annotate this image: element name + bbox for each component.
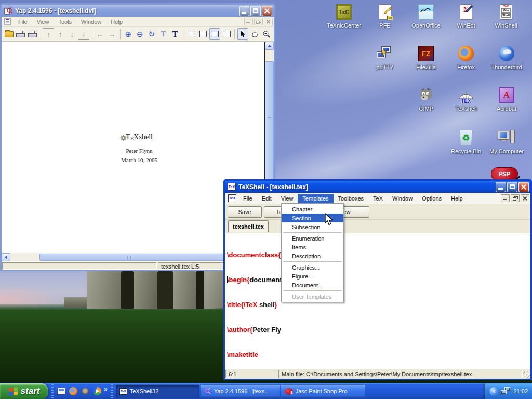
quick-launch-overflow[interactable]: » — [104, 385, 108, 393]
yap-menu-tools[interactable]: Tools — [54, 17, 76, 26]
mdi-minimize-button[interactable] — [501, 194, 510, 202]
close-button[interactable] — [262, 6, 272, 16]
menu-item-figure[interactable]: Figure... — [282, 272, 343, 281]
scroll-left-button[interactable] — [2, 253, 10, 261]
facing-pages-button[interactable] — [198, 28, 209, 40]
mdi-close-button[interactable] — [521, 194, 529, 202]
forward-button[interactable]: → — [107, 28, 117, 40]
menu-tex[interactable]: TeX — [368, 194, 388, 203]
text-ruler-button[interactable]: T — [158, 28, 169, 40]
menu-item-document[interactable]: Document... — [282, 281, 343, 289]
menu-item-items[interactable]: Items — [282, 243, 343, 251]
texshell-statusbar: 6:1 Main file: C:\Documents and Settings… — [225, 369, 530, 379]
open-file-button[interactable] — [4, 28, 15, 40]
menu-item-section[interactable]: Section — [282, 214, 343, 222]
mdi-close-button[interactable] — [264, 18, 273, 25]
firefox-icon[interactable] — [68, 387, 78, 396]
desktop-icon-acrobat[interactable]: A Acrobat — [487, 86, 526, 112]
maximize-button[interactable] — [250, 6, 261, 16]
desktop-icon-openoffice[interactable]: OpenOffice — [406, 3, 446, 29]
texshell-icon: TEX — [457, 86, 475, 104]
gimp-icon[interactable] — [80, 387, 90, 396]
select-tool-button[interactable] — [237, 28, 248, 40]
media-player-icon[interactable] — [92, 387, 102, 396]
menu-item-enumeration[interactable]: Enumeration — [282, 234, 343, 243]
desktop-icon-recycle-bin[interactable]: ♻ Recycle Bin — [446, 129, 486, 154]
taskbar-button-yap[interactable]: Yap 2.4.1596 - [texs... — [201, 385, 280, 398]
taskbar-clock[interactable]: 21:02 — [513, 388, 528, 394]
desktop-icon-texniccenter[interactable]: TxC TeXnicCenter — [324, 3, 364, 29]
mdi-restore-button[interactable] — [254, 18, 263, 25]
desktop-icon-my-computer[interactable]: My Computer — [487, 129, 526, 154]
desktop-icon-winedt[interactable]: Σ WinEdt — [446, 3, 486, 29]
menu-item-subsection[interactable]: Subsection — [282, 222, 343, 231]
desktop-icon-putty[interactable]: puTTY — [365, 45, 405, 70]
menu-options[interactable]: Options — [417, 194, 446, 203]
window-icon[interactable] — [56, 387, 66, 396]
yap-titlebar[interactable]: Yap 2.4.1596 - [texshell.dvi] — [0, 3, 275, 17]
menu-file[interactable]: File — [238, 194, 257, 203]
network-icon[interactable] — [501, 387, 511, 395]
zoom-in-button[interactable]: ⊕ — [123, 28, 134, 40]
putty-icon — [376, 45, 394, 62]
desktop-icon-winshell[interactable]: TeX Win Shell WinShell — [486, 3, 526, 29]
start-button[interactable]: start — [0, 383, 48, 399]
menu-help[interactable]: Help — [446, 194, 468, 203]
yap-menu-view[interactable]: View — [32, 17, 54, 26]
menu-view[interactable]: View — [276, 194, 298, 203]
continuous-facing-button[interactable] — [221, 28, 232, 40]
last-page-button[interactable]: ↓ — [78, 28, 89, 40]
save-button[interactable]: Save — [228, 206, 262, 218]
menu-item-chapter[interactable]: Chapter — [282, 205, 343, 214]
tray-collapse-button[interactable]: ‹ — [489, 387, 498, 396]
desktop-icon-firefox[interactable]: Firefox — [446, 45, 486, 70]
scrollbar-thumb[interactable] — [39, 254, 227, 261]
code-segment: \begin{ — [227, 276, 249, 284]
scrollbar-thumb[interactable] — [265, 61, 274, 180]
menu-window[interactable]: Window — [388, 194, 417, 203]
minimize-button[interactable] — [496, 182, 506, 192]
yap-menu-help[interactable]: Help — [106, 17, 127, 26]
acrobat-icon: A — [499, 87, 514, 103]
desktop-icon-thunderbird[interactable]: Thunderbird — [487, 45, 526, 70]
resize-grip[interactable] — [523, 371, 530, 379]
taskbar-button-paint-shop-pro[interactable]: 8 Jasc Paint Shop Pro — [281, 385, 365, 398]
zoom-out-button[interactable]: ⊖ — [135, 28, 145, 40]
taskbar-button-texshell32[interactable]: TeX TeXShell32 — [116, 385, 199, 398]
first-page-button[interactable]: ↑ — [43, 28, 54, 40]
menu-toolboxes[interactable]: Toolboxes — [334, 194, 369, 203]
stonehenge-stone — [173, 271, 196, 309]
magnifier-tool-button[interactable] — [261, 28, 272, 40]
texshell-titlebar[interactable]: TeX TeXShell - [texshell.tex] — [223, 179, 532, 193]
previous-page-button[interactable]: ↑ — [55, 28, 66, 40]
scroll-up-button[interactable] — [265, 42, 274, 50]
next-page-button[interactable]: ↓ — [67, 28, 78, 40]
yap-menu-window[interactable]: Window — [76, 17, 106, 26]
single-page-button[interactable] — [186, 28, 197, 40]
desktop-icon-filezilla[interactable]: FZ FileZilla — [406, 45, 446, 70]
close-button[interactable] — [518, 182, 529, 192]
desktop-icon-texshell[interactable]: TEX TeXshell — [446, 86, 486, 112]
tab-texshell-tex[interactable]: texshell.tex — [228, 220, 269, 232]
back-button[interactable]: ← — [95, 28, 106, 40]
maximize-button[interactable] — [507, 182, 517, 192]
desktop-icon-label: TeXnicCenter — [324, 22, 364, 29]
continuous-page-button[interactable] — [209, 28, 220, 40]
menu-item-description[interactable]: Description — [282, 251, 343, 260]
text-mode-button[interactable]: T — [170, 28, 181, 40]
mdi-minimize-button[interactable] — [244, 18, 253, 25]
document-date: March 10, 2005 — [100, 157, 178, 163]
mdi-restore-button[interactable] — [511, 194, 520, 202]
print-button[interactable] — [16, 28, 26, 40]
code-editor[interactable]: \documentclass{ \begin{document} \title{… — [225, 233, 530, 369]
minimize-button[interactable] — [239, 6, 249, 16]
print-setup-button[interactable] — [27, 28, 38, 40]
yap-menu-file[interactable]: File — [14, 17, 32, 26]
desktop-icon-gimp[interactable]: GIMP — [406, 86, 446, 112]
menu-templates[interactable]: Templates — [298, 194, 333, 203]
menu-item-graphics[interactable]: Graphics... — [282, 263, 343, 272]
pan-tool-button[interactable] — [249, 28, 260, 40]
refresh-button[interactable]: ↻ — [147, 28, 157, 40]
desktop-icon-pfe[interactable]: 32 PFE — [365, 3, 405, 29]
menu-edit[interactable]: Edit — [257, 194, 276, 203]
